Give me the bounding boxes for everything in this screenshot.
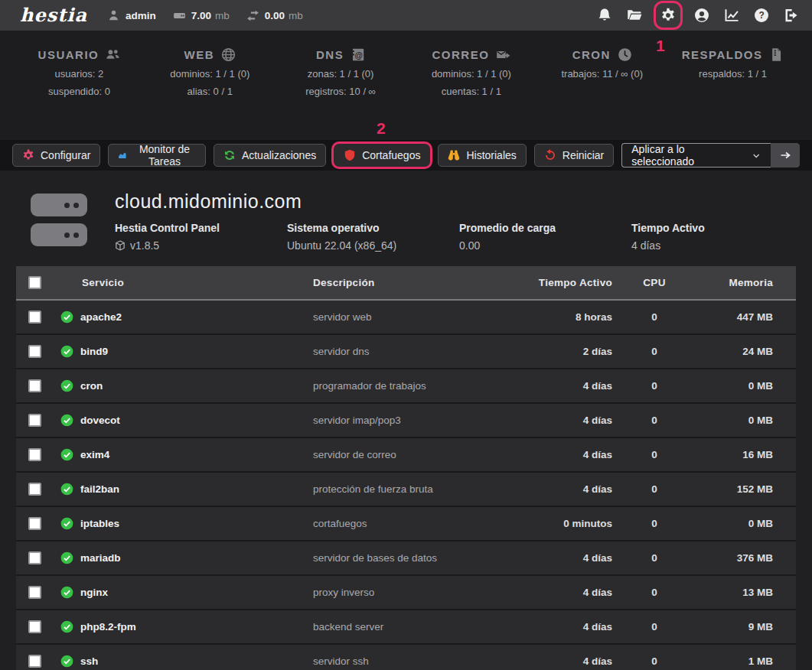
- stat-web[interactable]: WEBdominios: 1 / 1 (0)alias: 0 / 1: [145, 47, 276, 140]
- stat-cron[interactable]: CRONtrabajos: 11 / ∞ (0): [536, 47, 667, 140]
- row-checkbox[interactable]: [28, 620, 41, 633]
- username-label: admin: [126, 10, 156, 21]
- refresh-icon: [223, 149, 236, 161]
- row-checkbox[interactable]: [28, 483, 41, 496]
- service-uptime: 2 días: [474, 334, 612, 369]
- callout-step-2: 2: [377, 119, 386, 138]
- globe-icon: [221, 47, 236, 62]
- updates-button[interactable]: Actualizaciones: [214, 144, 326, 167]
- service-row: dovecotservidor imap/pop34 días00 MB: [16, 403, 796, 437]
- service-row: iptablescortafuegos0 minutos00 MB: [16, 506, 796, 541]
- firewall-button[interactable]: Cortafuegos: [334, 144, 430, 167]
- service-name-link[interactable]: cron: [80, 380, 103, 392]
- stat-value: suspendido: 0: [14, 86, 145, 97]
- row-checkbox[interactable]: [28, 414, 41, 427]
- profile-icon[interactable]: [693, 7, 710, 24]
- restart-button[interactable]: Reiniciar: [534, 144, 614, 167]
- service-uptime: 4 días: [474, 644, 612, 670]
- stat-usuario[interactable]: USUARIOusuarios: 2suspendido: 0: [14, 47, 145, 140]
- server-icon: [31, 190, 87, 252]
- help-icon[interactable]: ?: [753, 7, 770, 24]
- service-name-link[interactable]: iptables: [80, 518, 119, 529]
- bulk-action-label: Aplicar a lo seleccionado: [631, 143, 744, 168]
- stat-label: CORREO: [432, 48, 489, 61]
- button-label: Cortafuegos: [362, 149, 420, 161]
- folder-icon[interactable]: [626, 7, 643, 24]
- row-checkbox[interactable]: [28, 345, 41, 358]
- bulk-action-submit-button[interactable]: [771, 143, 800, 168]
- svg-text:@: @: [355, 50, 363, 60]
- row-checkbox[interactable]: [28, 448, 41, 461]
- stat-label: USUARIO: [38, 48, 99, 61]
- stats-icon[interactable]: [723, 7, 740, 24]
- topbar: hestia admin 7.00 mb 0.00 mb ?: [0, 0, 812, 31]
- status-running-icon: [60, 620, 73, 633]
- services-table-header: Servicio Descripción Tiempo Activo CPU M…: [16, 266, 796, 300]
- row-checkbox[interactable]: [28, 311, 41, 324]
- row-checkbox[interactable]: [28, 586, 41, 599]
- bulk-action-select[interactable]: Aplicar a lo seleccionado: [621, 143, 771, 168]
- stat-label: CRON: [572, 48, 611, 61]
- status-running-icon: [60, 517, 73, 530]
- stat-respaldos[interactable]: RESPALDOSrespaldos: 1 / 1: [667, 47, 798, 140]
- task-monitor-button[interactable]: Monitor de Tareas: [108, 144, 206, 167]
- bandwidth-unit: mb: [289, 10, 303, 21]
- stats-overview: 1 2 USUARIOusuarios: 2suspendido: 0WEBdo…: [0, 31, 812, 140]
- header-cpu: CPU: [612, 266, 696, 300]
- service-description: servidor de bases de datos: [313, 541, 474, 575]
- service-name-link[interactable]: ssh: [80, 655, 98, 667]
- row-checkbox[interactable]: [28, 655, 41, 668]
- service-row: mariadbservidor de bases de datos4 días0…: [16, 541, 796, 575]
- service-uptime: 4 días: [474, 541, 612, 575]
- row-checkbox[interactable]: [28, 517, 41, 530]
- bulk-action-group: Aplicar a lo seleccionado: [621, 143, 800, 168]
- status-running-icon: [60, 345, 73, 358]
- row-checkbox[interactable]: [28, 551, 41, 564]
- bell-icon[interactable]: [596, 7, 613, 24]
- restart-icon: [544, 149, 556, 161]
- uptime-label: Tiempo Activo: [631, 222, 804, 234]
- service-memory: 152 MB: [696, 472, 796, 506]
- stat-correo[interactable]: CORREOdominios: 1 / 1 (0)cuentas: 1 / 1: [406, 47, 536, 140]
- service-name-link[interactable]: fail2ban: [80, 483, 119, 495]
- stat-label: WEB: [184, 48, 214, 61]
- load-info: Promedio de carga 0.00: [459, 222, 631, 252]
- button-label: Actualizaciones: [242, 149, 316, 161]
- cube-icon: [115, 240, 126, 251]
- stat-dns[interactable]: DNS@zonas: 1 / 1 (0)registros: 10 / ∞: [276, 47, 406, 140]
- service-uptime: 8 horas: [474, 300, 612, 334]
- service-row: sshservidor ssh4 días01 MB: [16, 644, 796, 670]
- service-row: php8.2-fpmbackend server4 días09 MB: [16, 610, 796, 644]
- service-cpu: 0: [612, 472, 696, 506]
- status-running-icon: [60, 483, 73, 496]
- hestia-logo[interactable]: hestia: [20, 1, 87, 30]
- service-name-link[interactable]: bind9: [80, 346, 108, 357]
- chart-area-icon: [118, 149, 127, 161]
- service-memory: 1 MB: [696, 644, 796, 670]
- service-name-link[interactable]: exim4: [80, 449, 109, 460]
- panel-version: v1.8.5: [130, 239, 159, 252]
- stat-value: cuentas: 1 / 1: [406, 86, 536, 97]
- mail-icon: [496, 47, 510, 62]
- service-description: servidor imap/pop3: [313, 403, 474, 437]
- logs-button[interactable]: Historiales: [438, 144, 526, 167]
- transfer-icon: [246, 9, 259, 22]
- select-all-checkbox[interactable]: [28, 276, 41, 289]
- service-name-link[interactable]: dovecot: [80, 415, 120, 426]
- service-uptime: 4 días: [474, 575, 612, 610]
- service-name-link[interactable]: mariadb: [80, 552, 121, 564]
- status-running-icon: [60, 655, 73, 668]
- service-name-link[interactable]: apache2: [80, 311, 122, 323]
- service-memory: 16 MB: [696, 437, 796, 472]
- service-memory: 0 MB: [696, 369, 796, 403]
- logout-icon[interactable]: [783, 7, 800, 24]
- button-label: Monitor de Tareas: [133, 143, 196, 168]
- status-running-icon: [60, 551, 73, 564]
- row-checkbox[interactable]: [28, 379, 41, 392]
- service-name-link[interactable]: nginx: [80, 587, 108, 598]
- configure-button[interactable]: Configurar: [12, 144, 100, 167]
- service-name-link[interactable]: php8.2-fpm: [80, 621, 136, 633]
- user-menu[interactable]: admin: [107, 9, 156, 22]
- bandwidth-usage: 0.00 mb: [246, 9, 303, 22]
- gear-icon[interactable]: [656, 3, 680, 28]
